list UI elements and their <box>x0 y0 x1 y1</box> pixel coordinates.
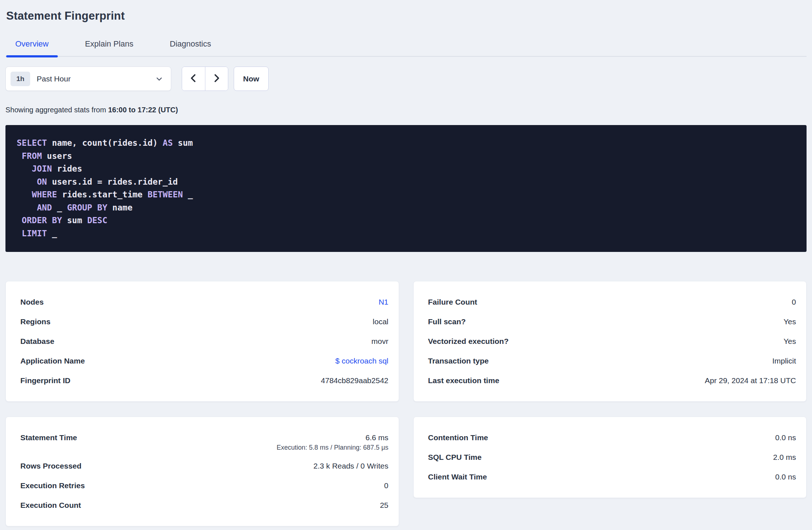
row-value: local <box>373 317 388 326</box>
sql-line: WHERE rides.start_time BETWEEN _ <box>17 188 796 201</box>
sql-line: AND _ GROUP BY name <box>17 201 796 214</box>
timing-card-left: Statement Time6.6 msExecution: 5.8 ms / … <box>5 417 399 526</box>
tab-bar: Overview Explain Plans Diagnostics <box>5 39 807 57</box>
tab-overview[interactable]: Overview <box>6 39 58 56</box>
tab-diagnostics[interactable]: Diagnostics <box>161 39 220 56</box>
info-row: Vectorized execution?Yes <box>428 332 796 351</box>
info-row: Contention Time0.0 ns <box>428 428 796 447</box>
row-value: Apr 29, 2024 at 17:18 UTC <box>705 376 796 385</box>
sql-line: ORDER BY sum DESC <box>17 214 796 227</box>
time-toolbar: 1h Past Hour <box>5 67 807 91</box>
row-value-link[interactable]: $ cockroach sql <box>335 357 389 365</box>
statement-fingerprint-page: Statement Fingerprint Overview Explain P… <box>0 9 812 526</box>
sql-line: LIMIT _ <box>17 227 796 240</box>
info-row: Transaction typeImplicit <box>428 351 796 371</box>
time-window-stepper <box>182 67 228 91</box>
row-label: Full scan? <box>428 317 466 326</box>
row-label: Nodes <box>20 298 44 306</box>
chevron-right-icon <box>212 73 221 85</box>
row-subvalue: Execution: 5.8 ms / Planning: 687.5 µs <box>20 444 389 456</box>
timing-card-right: Contention Time0.0 nsSQL CPU Time2.0 msC… <box>413 417 807 498</box>
sql-statement-box: SELECT name, count(rides.id) AS sum FROM… <box>5 125 807 252</box>
row-value: 25 <box>380 501 388 510</box>
sql-code: SELECT name, count(rides.id) AS sum FROM… <box>17 137 796 240</box>
row-label: Contention Time <box>428 433 488 442</box>
row-value: Yes <box>784 337 796 346</box>
row-value: 0 <box>384 481 389 490</box>
row-label: Client Wait Time <box>428 473 487 481</box>
info-row: Execution Count25 <box>20 495 389 515</box>
row-value: 6.6 ms <box>365 433 388 442</box>
row-value: movr <box>371 337 389 346</box>
page-title: Statement Fingerprint <box>6 9 807 23</box>
overview-card-left: NodesN1RegionslocalDatabasemovrApplicati… <box>5 281 399 402</box>
duration-badge: 1h <box>11 72 30 86</box>
row-value: Yes <box>784 317 796 326</box>
info-row: Application Name$ cockroach sql <box>20 351 389 371</box>
row-label: Statement Time <box>20 433 77 442</box>
aggregated-stats-caption: Showing aggregated stats from 16:00 to 1… <box>5 106 807 114</box>
info-row: Full scan?Yes <box>428 312 796 332</box>
row-value: Implicit <box>772 357 796 365</box>
row-label: Rows Processed <box>20 462 81 470</box>
sql-line: SELECT name, count(rides.id) AS sum <box>17 137 796 150</box>
chevron-down-icon <box>155 75 164 83</box>
info-row: SQL CPU Time2.0 ms <box>428 447 796 467</box>
sql-line: ON users.id = rides.rider_id <box>17 176 796 189</box>
row-label: Fingerprint ID <box>20 376 71 385</box>
row-label: Failure Count <box>428 298 477 306</box>
info-row: Execution Retries0 <box>20 476 389 495</box>
row-label: Database <box>20 337 54 346</box>
info-row: NodesN1 <box>20 292 389 312</box>
info-row: Databasemovr <box>20 332 389 351</box>
now-button[interactable]: Now <box>234 67 269 91</box>
info-row: Rows Processed2.3 k Reads / 0 Writes <box>20 456 389 476</box>
info-row: Fingerprint ID4784cb829aab2542 <box>20 371 389 390</box>
row-label: Execution Retries <box>20 481 85 490</box>
sql-line: FROM users <box>17 150 796 163</box>
time-range-label: Past Hour <box>37 75 71 83</box>
info-row: Regionslocal <box>20 312 389 332</box>
tab-explain-plans[interactable]: Explain Plans <box>76 39 142 56</box>
row-label: Regions <box>20 317 51 326</box>
info-row: Client Wait Time0.0 ns <box>428 467 796 487</box>
row-label: SQL CPU Time <box>428 453 482 462</box>
stats-caption-range: 16:00 to 17:22 (UTC) <box>108 106 178 114</box>
row-label: Application Name <box>20 357 85 365</box>
row-label: Last execution time <box>428 376 499 385</box>
chevron-left-icon <box>189 73 198 85</box>
row-value: 2.0 ms <box>773 453 796 462</box>
details-cards-grid: NodesN1RegionslocalDatabasemovrApplicati… <box>5 281 807 526</box>
sql-line: JOIN rides <box>17 162 796 176</box>
row-value: 0 <box>792 298 796 306</box>
next-time-window-button[interactable] <box>205 67 228 91</box>
row-value-link[interactable]: N1 <box>379 298 389 306</box>
stats-caption-prefix: Showing aggregated stats from <box>5 106 108 114</box>
row-label: Vectorized execution? <box>428 337 509 346</box>
prev-time-window-button[interactable] <box>182 67 205 91</box>
time-range-dropdown[interactable]: 1h Past Hour <box>5 67 171 91</box>
row-value: 4784cb829aab2542 <box>321 376 389 385</box>
row-value: 0.0 ns <box>775 433 796 442</box>
row-value: 0.0 ns <box>775 473 796 481</box>
overview-card-right: Failure Count0Full scan?YesVectorized ex… <box>413 281 807 402</box>
info-row: Failure Count0 <box>428 292 796 312</box>
row-value: 2.3 k Reads / 0 Writes <box>313 462 388 470</box>
row-label: Transaction type <box>428 357 489 365</box>
info-row: Last execution timeApr 29, 2024 at 17:18… <box>428 371 796 390</box>
row-label: Execution Count <box>20 501 81 510</box>
